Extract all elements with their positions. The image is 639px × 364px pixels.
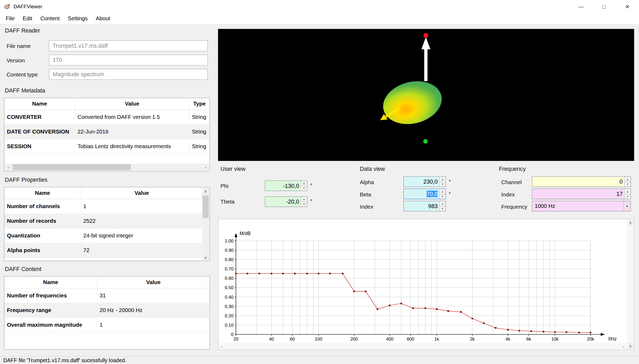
column-header[interactable]: Value: [75, 98, 189, 110]
scroll-left-icon[interactable]: ‹: [218, 343, 225, 349]
spin-down-icon[interactable]: ▼: [440, 206, 445, 211]
theta-label: Theta: [220, 199, 235, 205]
scrollbar-thumb[interactable]: [203, 196, 209, 218]
theta-value[interactable]: -20,0: [265, 197, 301, 207]
menu-content[interactable]: Content: [36, 13, 64, 24]
menu-edit[interactable]: Edit: [19, 13, 36, 24]
table-row[interactable]: Quantization24-bit signed integer: [5, 228, 203, 243]
spin-up-icon[interactable]: ▲: [625, 177, 630, 181]
frequency-combobox[interactable]: 1000 Hz ▾: [532, 201, 631, 212]
table-row[interactable]: Frequency range20 Hz - 20000 Hz: [5, 303, 210, 317]
spin-up-icon[interactable]: ▲: [301, 197, 307, 201]
table-row[interactable]: CONVERTERConverted from DAFF version 1.5…: [5, 110, 210, 124]
svg-text:0.60: 0.60: [225, 276, 234, 281]
svg-text:600: 600: [407, 337, 414, 342]
alpha-value[interactable]: 230,0: [404, 177, 439, 187]
alpha-spinbox[interactable]: 230,0 ▲ ▼: [403, 176, 446, 187]
menu-about[interactable]: About: [92, 13, 114, 24]
scroll-right-icon[interactable]: ›: [202, 164, 209, 171]
properties-vscrollbar[interactable]: ∧ ∨: [202, 188, 209, 261]
scroll-up-icon[interactable]: ∧: [202, 188, 209, 195]
balloon-plot: [218, 29, 634, 161]
maximize-button[interactable]: □: [593, 0, 616, 13]
data-index-spinbox[interactable]: 983 ▲ ▼: [403, 201, 446, 212]
spin-up-icon[interactable]: ▲: [440, 189, 445, 194]
frequency-group-title: Frequency: [499, 165, 526, 172]
column-header[interactable]: Name: [5, 98, 75, 110]
svg-text:0.40: 0.40: [225, 295, 234, 300]
menu-settings[interactable]: Settings: [64, 13, 92, 24]
theta-unit: °: [310, 198, 312, 205]
metadata-table: NameValueTypeCONVERTERConverted from DAF…: [4, 98, 210, 172]
frequency-label: Frequency: [501, 204, 527, 210]
scroll-up-icon[interactable]: ∧: [627, 219, 634, 226]
channel-value[interactable]: 0: [532, 177, 624, 187]
chart-vscrollbar[interactable]: ∧ ∨: [627, 219, 634, 349]
beta-value[interactable]: 70,0: [427, 191, 438, 197]
table-row[interactable]: Alpha points72: [5, 243, 203, 257]
svg-text:0.70: 0.70: [225, 266, 234, 272]
phi-value[interactable]: -130,0: [265, 181, 301, 191]
table-row[interactable]: Number of records2522: [5, 213, 203, 228]
version-input[interactable]: 170: [49, 55, 208, 66]
table-row[interactable]: Number of channels1: [5, 199, 203, 213]
spin-down-icon[interactable]: ▼: [301, 201, 307, 207]
freq-index-value[interactable]: 17: [532, 189, 624, 199]
svg-text:60: 60: [290, 337, 295, 342]
metadata-hscrollbar[interactable]: ‹ ›: [5, 164, 209, 171]
scroll-down-icon[interactable]: ∨: [627, 343, 634, 350]
table-row[interactable]: SESSIONTobias Lentz directivity measurem…: [5, 139, 210, 153]
chevron-down-icon[interactable]: ▾: [624, 201, 630, 211]
spin-up-icon[interactable]: ▲: [625, 189, 630, 194]
freq-index-spinbox[interactable]: 17 ▲ ▼: [532, 189, 631, 199]
file-name-input[interactable]: Trumpet1.v17.ms.daff: [49, 40, 208, 51]
app-icon: [4, 3, 10, 10]
spin-down-icon[interactable]: ▼: [440, 181, 445, 187]
spin-down-icon[interactable]: ▼: [625, 194, 630, 199]
scrollbar-thumb[interactable]: [13, 164, 131, 170]
channel-spinbox[interactable]: 0 ▲ ▼: [532, 176, 631, 187]
spin-up-icon[interactable]: ▲: [301, 181, 307, 186]
alpha-label: Alpha: [360, 179, 374, 185]
data-index-label: Index: [360, 204, 373, 210]
column-header[interactable]: Type: [189, 98, 210, 110]
spin-down-icon[interactable]: ▼: [625, 181, 630, 187]
channel-label: Channel: [501, 179, 522, 185]
scroll-right-icon[interactable]: ›: [620, 343, 627, 349]
scroll-down-icon[interactable]: ∨: [202, 254, 209, 261]
data-view-group-title: Data view: [360, 165, 385, 172]
data-index-value[interactable]: 983: [404, 201, 439, 211]
content-type-input[interactable]: Magnitude spectrum: [49, 69, 208, 80]
svg-text:20k: 20k: [587, 337, 594, 342]
menu-file[interactable]: File: [2, 13, 19, 24]
pole-marker-dot: [423, 33, 428, 38]
column-header[interactable]: Value: [81, 187, 203, 199]
balloon-3d-view[interactable]: [218, 29, 634, 161]
properties-table: NameValueNumber of channels1Number of re…: [4, 187, 210, 261]
minimize-button[interactable]: —: [569, 0, 593, 13]
chart-hscrollbar[interactable]: ‹ ›: [218, 343, 627, 349]
theta-spinbox[interactable]: -20,0 ▲ ▼: [265, 196, 307, 207]
spin-down-icon[interactable]: ▼: [301, 185, 307, 191]
statusbar: DAFF file 'Trumpet1.v17.ms.daff' sucessf…: [0, 356, 639, 364]
beta-spinbox[interactable]: 70,0 ▲ ▼: [403, 189, 446, 199]
table-row[interactable]: DATE OF CONVERSION22-Jun-2016String: [5, 124, 210, 139]
close-button[interactable]: ✕: [616, 0, 639, 13]
status-text: DAFF file 'Trumpet1.v17.ms.daff' sucessf…: [3, 357, 126, 363]
beta-label: Beta: [360, 191, 371, 197]
svg-text:10k: 10k: [551, 337, 559, 342]
column-header[interactable]: Name: [5, 277, 97, 288]
column-header[interactable]: Name: [5, 187, 81, 199]
phi-spinbox[interactable]: -130,0 ▲ ▼: [265, 180, 307, 191]
scroll-left-icon[interactable]: ‹: [5, 164, 12, 171]
spin-up-icon[interactable]: ▲: [440, 177, 445, 181]
column-header[interactable]: Value: [97, 277, 210, 288]
table-row[interactable]: Overall maximum magnitude1: [5, 317, 210, 332]
table-row[interactable]: Number of frequencies31: [5, 288, 210, 303]
spin-down-icon[interactable]: ▼: [440, 194, 445, 199]
svg-text:100: 100: [315, 337, 322, 342]
user-view-group-title: User view: [220, 165, 246, 172]
spin-up-icon[interactable]: ▲: [440, 201, 445, 206]
content-group-title: DAFF Content: [5, 266, 41, 272]
frequency-value[interactable]: 1000 Hz: [532, 201, 623, 211]
